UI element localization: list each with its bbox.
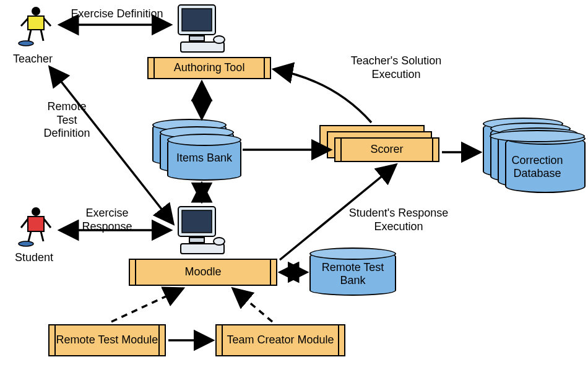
authoring-computer-icon bbox=[175, 1, 230, 57]
student-icon bbox=[17, 205, 54, 249]
svg-rect-13 bbox=[182, 9, 212, 31]
svg-line-8 bbox=[44, 219, 51, 228]
svg-point-5 bbox=[19, 41, 33, 46]
teacher-label: Teacher bbox=[5, 53, 61, 66]
correction-db-node: Correction Database bbox=[491, 135, 584, 192]
svg-line-7 bbox=[21, 219, 28, 228]
svg-line-31 bbox=[111, 288, 183, 322]
items-bank-label: Items Bank bbox=[168, 152, 240, 165]
svg-rect-19 bbox=[189, 238, 204, 243]
scorer-label: Scorer bbox=[368, 142, 405, 158]
moodle-node: Moodle bbox=[129, 259, 277, 286]
authoring-tool-label: Authoring Tool bbox=[171, 60, 248, 76]
moodle-label: Moodle bbox=[182, 264, 223, 280]
moodle-computer-icon bbox=[175, 203, 230, 259]
exercise-definition-label: Exercise Definition bbox=[64, 7, 170, 21]
authoring-tool-node: Authoring Tool bbox=[147, 57, 271, 79]
remote-test-module-label: Remote Test Module bbox=[54, 332, 161, 348]
svg-rect-18 bbox=[182, 210, 212, 233]
svg-point-0 bbox=[32, 7, 40, 15]
team-creator-module-label: Team Creator Module bbox=[224, 332, 336, 348]
svg-point-11 bbox=[19, 241, 33, 246]
student-response-exec-label: Student's Response Execution bbox=[337, 207, 460, 233]
svg-line-32 bbox=[233, 288, 272, 322]
svg-point-16 bbox=[214, 36, 225, 43]
svg-rect-14 bbox=[189, 36, 204, 41]
remote-test-bank-node: Remote Test Bank bbox=[309, 251, 396, 296]
items-bank-node: Items Bank bbox=[167, 137, 241, 181]
svg-point-6 bbox=[32, 207, 40, 216]
correction-db-label: Correction Database bbox=[491, 154, 584, 181]
student-label: Student bbox=[6, 251, 62, 265]
exercise-response-label: Exercise Response bbox=[73, 207, 141, 233]
svg-line-2 bbox=[44, 19, 51, 26]
teacher-solution-exec-label: Teacher's Solution Execution bbox=[340, 54, 452, 81]
remote-test-module-node: Remote Test Module bbox=[48, 324, 166, 356]
team-creator-module-node: Team Creator Module bbox=[215, 324, 345, 356]
svg-line-4 bbox=[41, 30, 43, 41]
svg-line-10 bbox=[41, 231, 43, 241]
svg-line-9 bbox=[28, 231, 31, 241]
svg-line-3 bbox=[28, 30, 31, 41]
teacher-icon bbox=[17, 5, 54, 48]
scorer-node: Scorer bbox=[334, 137, 439, 162]
remote-test-bank-label: Remote Test Bank bbox=[311, 260, 395, 287]
svg-point-21 bbox=[214, 238, 225, 245]
remote-test-definition-label: Remote Test Definition bbox=[36, 100, 98, 140]
svg-line-1 bbox=[21, 19, 28, 26]
